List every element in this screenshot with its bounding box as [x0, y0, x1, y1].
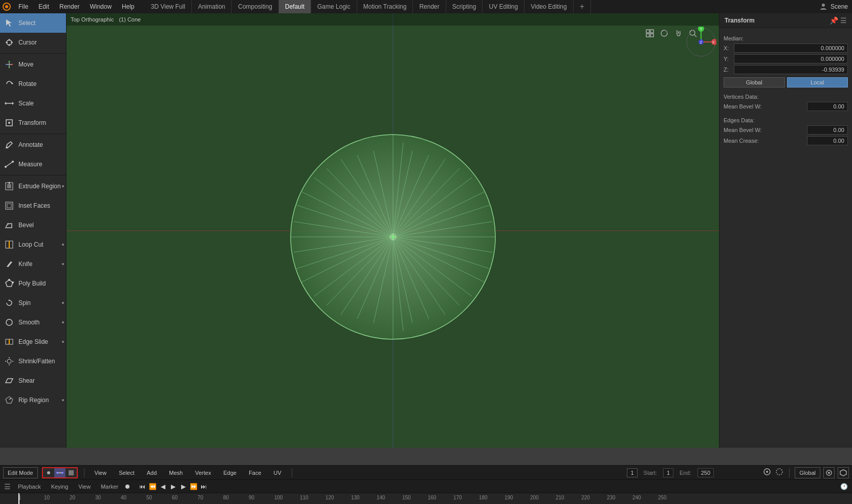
- menu-file[interactable]: File: [13, 0, 33, 13]
- bottom-view-menu[interactable]: View: [91, 467, 111, 478]
- start-frame-value[interactable]: 1: [663, 468, 673, 477]
- tab-render[interactable]: Render: [413, 0, 446, 13]
- coord-y-value[interactable]: 0.000000: [734, 54, 848, 63]
- bottom-add-menu[interactable]: Add: [143, 467, 161, 478]
- tool-transform[interactable]: Transform: [0, 113, 66, 133]
- bottom-select-menu[interactable]: Select: [115, 467, 139, 478]
- tab-uv-editing[interactable]: UV Editing: [483, 0, 525, 13]
- svg-marker-16: [5, 102, 6, 105]
- viewport-header: Top Orthographic (1) Cone: [67, 13, 719, 26]
- tool-spin-label: Spin: [18, 299, 31, 306]
- menu-render[interactable]: Render: [54, 0, 84, 13]
- local-button[interactable]: Local: [787, 77, 848, 87]
- mean-bevel-w-v-value[interactable]: 0.00: [807, 102, 848, 111]
- timeline-keying-menu[interactable]: Keying: [48, 484, 72, 490]
- right-panel-menu-icon[interactable]: ☰: [840, 16, 847, 25]
- nav-gizmo[interactable]: X Y Z: [686, 27, 716, 57]
- tab-game-logic[interactable]: Game Logic: [311, 0, 357, 13]
- timeline-view-menu[interactable]: View: [75, 484, 94, 490]
- step-back-button[interactable]: ◀: [158, 482, 167, 491]
- menu-edit[interactable]: Edit: [33, 0, 54, 13]
- vertex-mode-button[interactable]: [43, 468, 54, 477]
- tab-compositing[interactable]: Compositing: [232, 0, 279, 13]
- viewport-material-icon[interactable]: [659, 28, 670, 39]
- show-overlays-icon[interactable]: [762, 467, 772, 478]
- timeline-marker-menu[interactable]: Marker: [98, 484, 121, 490]
- timeline-playback-menu[interactable]: Playback: [15, 484, 44, 490]
- viewport[interactable]: Top Orthographic (1) Cone X Y: [67, 13, 719, 448]
- smooth-icon: [4, 317, 14, 327]
- snap-button[interactable]: [838, 467, 849, 478]
- svg-line-21: [6, 162, 13, 167]
- tool-edge-slide[interactable]: Edge Slide: [0, 332, 66, 352]
- tool-annotate[interactable]: Annotate: [0, 135, 66, 155]
- jump-start-button[interactable]: ⏮: [138, 482, 147, 491]
- edit-mode-dropdown[interactable]: Edit Mode: [3, 467, 38, 478]
- viewport-canvas: [67, 26, 719, 448]
- xray-toggle-icon[interactable]: [775, 467, 784, 478]
- tool-inset-faces[interactable]: Inset Faces: [0, 196, 66, 215]
- tab-3d-view-full[interactable]: 3D View Full: [145, 0, 192, 13]
- tool-shear[interactable]: Shear: [0, 371, 66, 390]
- svg-rect-29: [7, 204, 11, 208]
- bottom-edge-menu[interactable]: Edge: [219, 467, 241, 478]
- tool-move[interactable]: Move: [0, 55, 66, 74]
- prev-keyframe-button[interactable]: ⏪: [148, 482, 157, 491]
- menu-window[interactable]: Window: [84, 0, 117, 13]
- tool-cursor-label: Cursor: [18, 39, 37, 46]
- tool-smooth[interactable]: Smooth: [0, 313, 66, 332]
- tool-poly-build[interactable]: Poly Build: [0, 274, 66, 293]
- next-keyframe-button[interactable]: ⏩: [189, 482, 198, 491]
- mean-bevel-w-e-label: Mean Bevel W:: [724, 127, 805, 133]
- mean-crease-value[interactable]: 0.00: [807, 136, 848, 145]
- bottom-uv-menu[interactable]: UV: [270, 467, 286, 478]
- tool-bevel[interactable]: Bevel: [0, 215, 66, 235]
- tool-knife[interactable]: Knife: [0, 254, 66, 274]
- play-button[interactable]: ▶: [168, 482, 178, 491]
- end-frame-value[interactable]: 250: [697, 468, 714, 477]
- tool-spin[interactable]: Spin: [0, 293, 66, 313]
- tab-animation[interactable]: Animation: [192, 0, 232, 13]
- edge-mode-button[interactable]: [54, 468, 65, 477]
- global-space-dropdown[interactable]: Global: [795, 467, 820, 478]
- menu-help[interactable]: Help: [117, 0, 140, 13]
- tab-default[interactable]: Default: [279, 0, 311, 13]
- tab-video-editing[interactable]: Video Editing: [525, 0, 574, 13]
- tool-scale[interactable]: Scale: [0, 94, 66, 113]
- tool-rip-region[interactable]: Rip Region: [0, 390, 66, 410]
- tab-add[interactable]: +: [574, 0, 591, 13]
- step-forward-button[interactable]: ▶: [179, 482, 188, 491]
- tool-measure[interactable]: Measure: [0, 155, 66, 174]
- right-panel-content: Median: X: 0.000000 Y: 0.000000 Z: -0.93…: [719, 28, 852, 447]
- tool-shrink-fatten[interactable]: Shrink/Fatten: [0, 352, 66, 371]
- timeline-menu-icon[interactable]: ☰: [4, 483, 11, 491]
- bottom-vertex-menu[interactable]: Vertex: [191, 467, 215, 478]
- tab-scripting[interactable]: Scripting: [446, 0, 483, 13]
- global-button[interactable]: Global: [724, 77, 785, 87]
- bottom-face-menu[interactable]: Face: [245, 467, 265, 478]
- jump-end-button[interactable]: ⏭: [199, 482, 208, 491]
- sync-icon[interactable]: 🕐: [840, 483, 848, 490]
- current-frame-display[interactable]: 1: [627, 468, 637, 477]
- tool-extrude-region[interactable]: Extrude Region: [0, 177, 66, 196]
- bottom-mesh-menu[interactable]: Mesh: [165, 467, 187, 478]
- mean-bevel-w-e-value[interactable]: 0.00: [807, 125, 848, 135]
- tool-loop-cut[interactable]: Loop Cut: [0, 235, 66, 254]
- edges-data-label: Edges Data:: [724, 117, 848, 123]
- tool-cursor[interactable]: Cursor: [0, 33, 66, 52]
- viewport-grid-icon[interactable]: [644, 28, 656, 39]
- tool-select[interactable]: Select: [0, 13, 66, 33]
- coord-x-value[interactable]: 0.000000: [734, 43, 848, 53]
- proportional-editing-button[interactable]: [823, 467, 835, 478]
- timeline-ruler[interactable]: 1 10 20 30 40 50 60 70 80 90 100 110 120…: [0, 493, 852, 504]
- right-panel-pin-icon[interactable]: 📌: [829, 16, 838, 25]
- svg-point-23: [12, 161, 14, 163]
- svg-text:Y: Y: [700, 27, 703, 31]
- toolbar-divider-3: [0, 175, 66, 176]
- face-mode-button[interactable]: [65, 468, 77, 477]
- tab-motion-tracking[interactable]: Motion Tracking: [357, 0, 413, 13]
- tool-rotate[interactable]: Rotate: [0, 74, 66, 94]
- tool-scale-label: Scale: [18, 100, 34, 107]
- viewport-grab-icon[interactable]: [673, 28, 684, 39]
- coord-z-value[interactable]: -0.93939: [734, 65, 848, 74]
